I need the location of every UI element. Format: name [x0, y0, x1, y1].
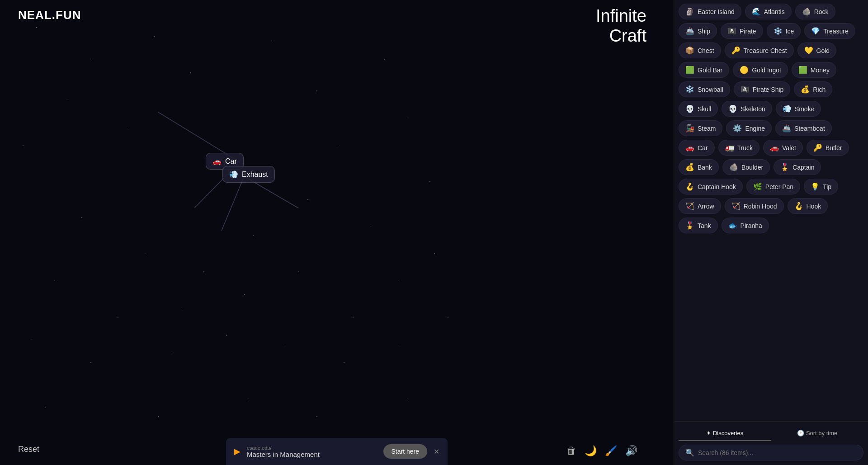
- item-pill-30[interactable]: 🌿Peter Pan: [746, 179, 800, 195]
- ad-start-button[interactable]: Start here: [383, 444, 427, 459]
- item-pill-8[interactable]: 🔑Treasure Chest: [725, 43, 794, 58]
- ad-arrow-icon: ▶: [234, 446, 241, 456]
- item-pill-1[interactable]: 🌊Atlantis: [745, 4, 792, 19]
- sidebar: 🗿Easter Island🌊Atlantis🪨Rock🚢Ship🏴‍☠️Pir…: [674, 0, 868, 465]
- item-pill-3[interactable]: 🚢Ship: [679, 23, 717, 39]
- item-pill-26[interactable]: 💰Bank: [679, 159, 719, 175]
- item-pill-29[interactable]: 🪝Captain Hook: [679, 179, 743, 195]
- item-pill-31[interactable]: 💡Tip: [804, 179, 838, 195]
- search-icon: 🔍: [685, 448, 694, 457]
- item-pill-21[interactable]: 🚢Steamboat: [775, 120, 832, 136]
- item-pill-9[interactable]: 💛Gold: [797, 43, 837, 58]
- item-pill-27[interactable]: 🪨Boulder: [722, 159, 770, 175]
- canvas-area[interactable]: NEAL.FUN Infinite Craft 🚗Car💨Exhaust Res…: [0, 0, 674, 465]
- search-input[interactable]: [698, 449, 857, 456]
- item-pill-28[interactable]: 🎖️Captain: [774, 159, 821, 175]
- delete-icon[interactable]: 🗑: [566, 445, 576, 457]
- sidebar-bottom: ✦ Discoveries🕐 Sort by time 🔍: [674, 421, 868, 465]
- moon-icon[interactable]: 🌙: [585, 445, 597, 457]
- ad-close-icon[interactable]: ✕: [434, 447, 439, 456]
- item-pill-23[interactable]: 🚛Truck: [718, 140, 760, 156]
- item-pill-7[interactable]: 📦Chest: [679, 43, 721, 58]
- reset-button[interactable]: Reset: [18, 445, 39, 454]
- item-pill-25[interactable]: 🔑Butler: [807, 140, 849, 156]
- game-title: Infinite Craft: [596, 6, 646, 46]
- sidebar-tabs: ✦ Discoveries🕐 Sort by time: [679, 426, 863, 441]
- item-pill-16[interactable]: 💀Skull: [679, 101, 718, 117]
- ad-text: esade.edu/ Masters in Management: [247, 445, 377, 458]
- sidebar-tab-discoveries[interactable]: ✦ Discoveries: [679, 426, 771, 441]
- item-pill-32[interactable]: 🏹Arrow: [679, 198, 721, 214]
- search-bar[interactable]: 🔍: [679, 445, 863, 460]
- item-pill-12[interactable]: 🟩Money: [792, 62, 836, 78]
- item-pill-13[interactable]: ❄️Snowball: [679, 81, 730, 97]
- item-pill-33[interactable]: 🏹Robin Hood: [725, 198, 784, 214]
- connections-svg: [0, 0, 674, 465]
- item-pill-20[interactable]: ⚙️Engine: [726, 120, 772, 136]
- item-pill-22[interactable]: 🚗Car: [679, 140, 715, 156]
- ad-source: esade.edu/: [247, 445, 377, 451]
- item-pill-10[interactable]: 🟩Gold Bar: [679, 62, 729, 78]
- item-pill-19[interactable]: 🚂Steam: [679, 120, 722, 136]
- brush-icon[interactable]: 🖌️: [605, 445, 617, 457]
- item-pill-4[interactable]: 🏴‍☠️Pirate: [721, 23, 763, 39]
- item-pill-18[interactable]: 💨Smoke: [776, 101, 821, 117]
- ad-title: Masters in Management: [247, 451, 377, 458]
- item-pill-17[interactable]: 💀Skeleton: [722, 101, 772, 117]
- logo: NEAL.FUN: [18, 8, 81, 22]
- bottom-toolbar: 🗑 🌙 🖌️ 🔊: [566, 445, 637, 457]
- sound-icon[interactable]: 🔊: [625, 445, 637, 457]
- ad-banner: ▶ esade.edu/ Masters in Management Start…: [226, 438, 448, 465]
- item-pill-15[interactable]: 💰Rich: [794, 81, 832, 97]
- items-grid[interactable]: 🗿Easter Island🌊Atlantis🪨Rock🚢Ship🏴‍☠️Pir…: [674, 0, 868, 421]
- item-pill-6[interactable]: 💎Treasure: [804, 23, 855, 39]
- item-pill-36[interactable]: 🐟Piranha: [722, 218, 769, 233]
- item-pill-34[interactable]: 🪝Hook: [788, 198, 828, 214]
- svg-line-2: [222, 176, 244, 231]
- item-pill-35[interactable]: 🎖️Tank: [679, 218, 718, 233]
- item-pill-24[interactable]: 🚗Valet: [763, 140, 803, 156]
- canvas-item-exhaust[interactable]: 💨Exhaust: [222, 166, 275, 183]
- item-pill-2[interactable]: 🪨Rock: [795, 4, 835, 19]
- item-pill-14[interactable]: 🏴‍☠️Pirate Ship: [734, 81, 790, 97]
- item-pill-5[interactable]: ❄️Ice: [767, 23, 801, 39]
- sidebar-tab-sort_by_time[interactable]: 🕐 Sort by time: [771, 426, 864, 441]
- item-pill-11[interactable]: 🟡Gold Ingot: [733, 62, 788, 78]
- item-pill-0[interactable]: 🗿Easter Island: [679, 4, 741, 19]
